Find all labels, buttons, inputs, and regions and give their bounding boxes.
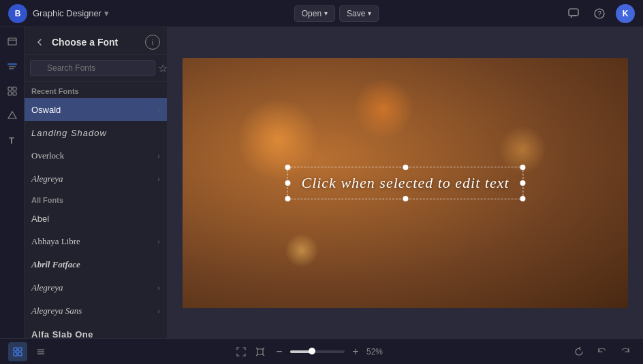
svg-marker-12 bbox=[8, 112, 16, 118]
font-name: Alegreya bbox=[31, 282, 63, 293]
font-name: Alegreya Sans bbox=[31, 305, 82, 316]
grid-view-button[interactable] bbox=[8, 342, 27, 361]
sidebar-text-icon[interactable] bbox=[3, 57, 22, 76]
svg-rect-9 bbox=[13, 87, 16, 90]
zoom-out-button[interactable]: − bbox=[271, 344, 287, 360]
svg-text:?: ? bbox=[597, 10, 601, 18]
font-panel: Choose a Font i 🔍 ☆ + Recent Fonts Oswal… bbox=[25, 27, 168, 338]
canvas-background: Click when selected to edit text bbox=[183, 58, 628, 308]
svg-text:T: T bbox=[9, 135, 14, 146]
chevron-right-icon: › bbox=[157, 152, 160, 160]
font-name: Overlock bbox=[31, 150, 64, 161]
topbar-left: B Graphic Designer ▾ bbox=[8, 4, 109, 23]
info-icon[interactable]: i bbox=[145, 35, 160, 50]
handle-mr[interactable] bbox=[520, 180, 526, 186]
chevron-right-icon: › bbox=[157, 175, 160, 183]
zoom-slider[interactable] bbox=[290, 350, 345, 353]
zoom-percent: 52% bbox=[366, 347, 387, 357]
canvas-area: Click when selected to edit text bbox=[168, 27, 643, 338]
svg-rect-5 bbox=[7, 63, 17, 65]
font-name: Abel bbox=[31, 214, 49, 224]
font-panel-header: Choose a Font i bbox=[25, 27, 167, 55]
svg-rect-8 bbox=[8, 87, 12, 90]
handle-ml[interactable] bbox=[285, 180, 290, 186]
font-name: Alfa Slab One bbox=[31, 329, 93, 339]
font-item-abel[interactable]: Abel bbox=[25, 207, 167, 230]
font-name: Landing Shadow bbox=[31, 128, 107, 138]
open-button[interactable]: Open ▾ bbox=[294, 5, 335, 22]
svg-rect-0 bbox=[569, 9, 578, 16]
favorite-icon[interactable]: ☆ bbox=[158, 59, 168, 77]
svg-rect-10 bbox=[8, 92, 12, 95]
back-button[interactable] bbox=[31, 34, 48, 50]
font-item-alegreya-sans[interactable]: Alegreya Sans › bbox=[25, 299, 167, 322]
bottom-left bbox=[8, 342, 50, 361]
font-name: Oswald bbox=[31, 105, 61, 115]
chevron-right-icon: › bbox=[157, 284, 160, 292]
bottombar: − + 52% bbox=[0, 338, 643, 364]
svg-rect-3 bbox=[8, 38, 16, 45]
chevron-right-icon: › bbox=[157, 307, 160, 315]
bottom-right bbox=[569, 342, 635, 361]
app-title: Graphic Designer ▾ bbox=[33, 8, 109, 18]
save-button[interactable]: Save ▾ bbox=[339, 5, 379, 22]
svg-rect-17 bbox=[18, 352, 22, 356]
redo-button[interactable] bbox=[616, 342, 635, 361]
refresh-button[interactable] bbox=[569, 342, 589, 361]
font-item-landing-shadow[interactable]: Landing Shadow bbox=[25, 121, 167, 144]
font-item-overlock[interactable]: Overlock › bbox=[25, 144, 167, 167]
handle-tl[interactable] bbox=[285, 165, 290, 170]
bokeh-2 bbox=[353, 78, 414, 139]
font-item-oswald[interactable]: Oswald › bbox=[25, 98, 167, 121]
zoom-fit-button[interactable] bbox=[252, 344, 268, 360]
zoom-controls: − + 52% bbox=[233, 344, 387, 360]
font-name: Abril Fatface bbox=[31, 259, 80, 270]
canvas-text[interactable]: Click when selected to edit text bbox=[301, 174, 509, 192]
font-item-alegreya[interactable]: Alegreya › bbox=[25, 276, 167, 299]
font-list: Recent Fonts Oswald › Landing Shadow Ove… bbox=[25, 82, 167, 338]
sidebar-shapes-icon[interactable] bbox=[3, 106, 22, 125]
font-item-alegreya-recent[interactable]: Alegreya › bbox=[25, 167, 167, 191]
zoom-in-button[interactable]: + bbox=[347, 344, 364, 360]
fit-screen-button[interactable] bbox=[233, 344, 249, 360]
svg-rect-15 bbox=[18, 348, 22, 351]
svg-rect-14 bbox=[14, 348, 17, 351]
sidebar-icons: T bbox=[0, 27, 25, 338]
handle-bl[interactable] bbox=[285, 196, 290, 201]
canvas-viewport[interactable]: Click when selected to edit text bbox=[168, 27, 643, 338]
handle-tm[interactable] bbox=[403, 165, 408, 170]
avatar[interactable]: K bbox=[616, 4, 635, 23]
handle-tr[interactable] bbox=[520, 165, 526, 170]
topbar-center: Open ▾ Save ▾ bbox=[294, 5, 379, 22]
bokeh-4 bbox=[285, 233, 319, 267]
font-item-abril[interactable]: Abril Fatface bbox=[25, 253, 167, 276]
font-search-row: 🔍 ☆ + bbox=[25, 55, 167, 82]
all-fonts-label: All Fonts bbox=[25, 191, 167, 207]
svg-rect-11 bbox=[13, 92, 16, 95]
recent-fonts-label: Recent Fonts bbox=[25, 82, 167, 98]
help-icon[interactable]: ? bbox=[590, 4, 609, 23]
chevron-right-icon: › bbox=[157, 237, 160, 246]
svg-rect-16 bbox=[14, 352, 17, 356]
search-wrap: 🔍 bbox=[30, 60, 155, 76]
topbar-right: ? K bbox=[564, 4, 635, 23]
zoom-slider-thumb[interactable] bbox=[309, 348, 315, 354]
sidebar-grid-icon[interactable] bbox=[3, 82, 22, 101]
chat-icon[interactable] bbox=[564, 4, 583, 23]
sidebar-type-icon[interactable]: T bbox=[3, 131, 22, 150]
handle-bm[interactable] bbox=[403, 196, 408, 201]
font-item-abhaya[interactable]: Abhaya Libre › bbox=[25, 230, 167, 253]
app-logo: B bbox=[8, 4, 27, 23]
font-name: Abhaya Libre bbox=[31, 236, 80, 247]
list-view-button[interactable] bbox=[31, 342, 50, 361]
chevron-right-icon: › bbox=[157, 105, 160, 114]
topbar: B Graphic Designer ▾ Open ▾ Save ▾ ? K bbox=[0, 0, 643, 27]
sidebar-home-icon[interactable] bbox=[3, 33, 22, 52]
handle-br[interactable] bbox=[520, 196, 526, 201]
font-name: Alegreya bbox=[31, 173, 63, 184]
undo-button[interactable] bbox=[593, 342, 612, 361]
main-area: T Choose a Font i 🔍 ☆ + Recent Fonts Osw… bbox=[0, 27, 643, 338]
font-item-alfa-slab[interactable]: Alfa Slab One bbox=[25, 322, 167, 338]
text-box[interactable]: Click when selected to edit text bbox=[287, 167, 523, 199]
search-input[interactable] bbox=[30, 60, 155, 76]
